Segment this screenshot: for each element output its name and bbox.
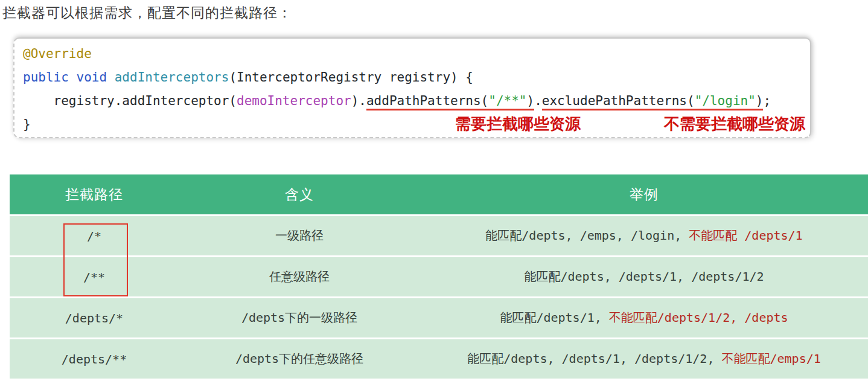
meaning-cell: 任意级路径 bbox=[179, 269, 420, 285]
string-literal-token: "/login" bbox=[695, 94, 756, 108]
intercept-path-table: 拦截路径 含义 举例 /* 一级路径 能匹配/depts, /emps, /lo… bbox=[10, 174, 868, 379]
col-header-example: 举例 bbox=[420, 185, 868, 204]
example-cell: 能匹配/depts/1, 不能匹配/depts/1/2, /depts bbox=[420, 310, 868, 326]
page-title: 拦截器可以根据需求，配置不同的拦截路径： bbox=[2, 4, 292, 22]
code-text-token: (InterceptorRegistry registry) { bbox=[229, 70, 473, 85]
col-header-meaning: 含义 bbox=[179, 185, 420, 204]
exclude-path-patterns-underline: excludePathPatterns("/login") bbox=[542, 94, 764, 110]
method-name-token: addInterceptors bbox=[115, 70, 229, 85]
meaning-cell: /depts下的任意级路径 bbox=[179, 351, 420, 367]
example-red-text: 不能匹配/emps/1 bbox=[721, 351, 820, 366]
meaning-cell: 一级路径 bbox=[179, 228, 420, 244]
path-cell: /depts/* bbox=[10, 311, 179, 325]
example-red-text: 不能匹配 /depts/1 bbox=[689, 228, 802, 243]
code-text-token: ; bbox=[763, 94, 771, 108]
code-text-token: } bbox=[23, 117, 31, 132]
example-plain-text: 能匹配/depts, /depts/1, /depts/1/2, bbox=[467, 351, 721, 366]
example-cell: 能匹配/depts, /depts/1, /depts/1/2 bbox=[420, 269, 868, 285]
table-header-row: 拦截路径 含义 举例 bbox=[10, 174, 868, 214]
add-path-patterns-underline: addPathPatterns("/**") bbox=[366, 94, 534, 110]
table-row: /depts/** /depts下的任意级路径 能匹配/depts, /dept… bbox=[10, 339, 868, 379]
example-plain-text: 能匹配/depts, /emps, /login, bbox=[485, 228, 689, 243]
code-line-1: @Override bbox=[23, 42, 810, 66]
table-row: /** 任意级路径 能匹配/depts, /depts/1, /depts/1/… bbox=[10, 257, 868, 296]
code-text-token: . bbox=[534, 94, 542, 108]
path-cell: /* bbox=[10, 229, 179, 243]
code-text-token: ) bbox=[756, 94, 764, 108]
variable-token: demoInterceptor bbox=[237, 94, 351, 108]
example-cell: 能匹配/depts, /emps, /login, 不能匹配 /depts/1 bbox=[420, 228, 868, 244]
code-text-token: ) bbox=[526, 94, 534, 108]
string-literal-token: "/**" bbox=[488, 94, 526, 108]
java-annotation-token: @Override bbox=[23, 46, 92, 61]
path-cell: /** bbox=[10, 270, 179, 284]
code-block: @Override public void addInterceptors(In… bbox=[13, 37, 811, 138]
table-row: /* 一级路径 能匹配/depts, /emps, /login, 不能匹配 /… bbox=[10, 216, 868, 255]
code-line-3: registry.addInterceptor(demoInterceptor)… bbox=[23, 89, 810, 113]
keyword-token: public void bbox=[23, 70, 115, 85]
method-call-token: excludePathPatterns( bbox=[542, 94, 695, 108]
method-call-token: addPathPatterns( bbox=[366, 94, 488, 108]
table-row: /depts/* /depts下的一级路径 能匹配/depts/1, 不能匹配/… bbox=[10, 298, 868, 337]
meaning-cell: /depts下的一级路径 bbox=[179, 310, 420, 326]
code-text-token: ). bbox=[351, 94, 366, 108]
annotation-include-paths: 需要拦截哪些资源 bbox=[455, 115, 581, 132]
code-text-token: registry.addInterceptor( bbox=[23, 94, 237, 108]
example-plain-text: 能匹配/depts/1, bbox=[500, 310, 608, 325]
example-plain-text: 能匹配/depts, /depts/1, /depts/1/2 bbox=[524, 269, 764, 284]
path-cell: /depts/** bbox=[10, 352, 179, 366]
example-red-text: 不能匹配/depts/1/2, /depts bbox=[609, 310, 788, 325]
col-header-path: 拦截路径 bbox=[10, 185, 179, 204]
example-cell: 能匹配/depts, /depts/1, /depts/1/2, 不能匹配/em… bbox=[420, 351, 868, 367]
page: 拦截器可以根据需求，配置不同的拦截路径： @Override public vo… bbox=[0, 0, 868, 387]
code-line-2: public void addInterceptors(InterceptorR… bbox=[23, 66, 810, 89]
annotation-exclude-paths: 不需要拦截哪些资源 bbox=[664, 115, 805, 132]
